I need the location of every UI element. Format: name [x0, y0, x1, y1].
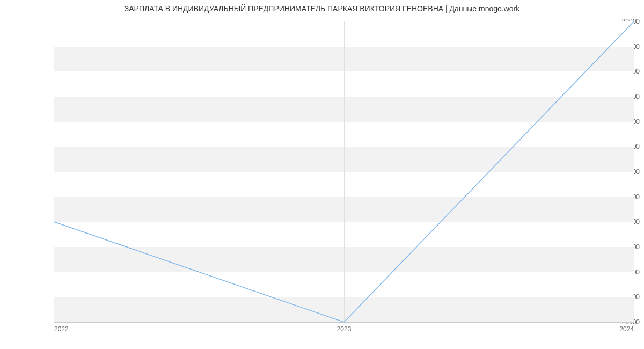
x-tick-label: 2024 — [619, 325, 634, 333]
salary-line-chart: ЗАРПЛАТА В ИНДИВИДУАЛЬНЫЙ ПРЕДПРИНИМАТЕЛ… — [0, 0, 644, 349]
plot-area: 202220232024 — [54, 21, 634, 323]
chart-title: ЗАРПЛАТА В ИНДИВИДУАЛЬНЫЙ ПРЕДПРИНИМАТЕЛ… — [0, 4, 644, 13]
x-tick-label: 2022 — [54, 325, 69, 333]
x-tick-label: 2023 — [337, 325, 352, 333]
data-line — [54, 21, 634, 322]
line-layer — [54, 21, 634, 322]
